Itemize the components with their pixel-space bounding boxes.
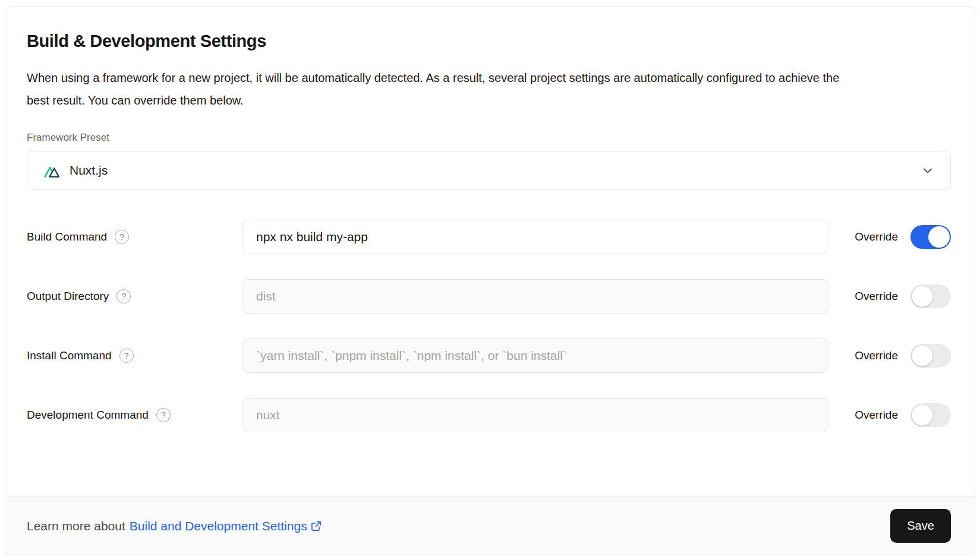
install-command-override-toggle[interactable] [910,344,951,368]
help-icon[interactable]: ? [115,230,129,244]
build-command-label: Build Command [27,230,107,243]
panel-description: When using a framework for a new project… [27,67,859,112]
help-icon[interactable]: ? [156,408,171,422]
build-command-label-group: Build Command ? [27,230,242,244]
development-command-override-toggle[interactable] [910,403,951,427]
build-command-override: Override [855,225,951,249]
development-command-override: Override [855,403,951,427]
build-settings-card: Build & Development Settings When using … [5,6,975,555]
framework-preset-label: Framework Preset [27,132,951,144]
setting-row-install-command: Install Command ? Override [27,338,951,373]
output-directory-label-group: Output Directory ? [27,289,242,303]
external-link-icon [310,520,322,532]
help-icon[interactable]: ? [116,289,131,303]
output-directory-override-toggle[interactable] [910,284,951,308]
setting-row-build-command: Build Command ? Override [27,220,951,254]
output-directory-input[interactable] [242,279,828,314]
docs-link-text: Build and Development Settings [130,519,307,533]
override-label: Override [855,409,898,422]
learn-more-text: Learn more about Build and Development S… [27,519,322,533]
card-body: Build & Development Settings When using … [5,7,975,496]
install-command-input[interactable] [242,338,828,373]
toggle-knob [912,345,933,366]
development-command-input[interactable] [242,398,828,432]
build-settings-docs-link[interactable]: Build and Development Settings [130,519,322,533]
install-command-label: Install Command [27,349,112,362]
build-command-input[interactable] [242,220,828,254]
output-directory-override: Override [855,284,951,308]
nuxt-logo-icon [43,162,61,179]
chevron-down-icon [921,163,935,178]
toggle-knob [912,404,933,426]
output-directory-label: Output Directory [27,290,109,303]
save-button[interactable]: Save [890,509,951,543]
card-footer: Learn more about Build and Development S… [5,496,975,555]
override-label: Override [855,290,898,303]
learn-more-prefix: Learn more about [27,519,125,533]
install-command-override: Override [855,344,951,368]
install-command-label-group: Install Command ? [27,349,242,363]
help-icon[interactable]: ? [119,349,134,363]
framework-preset-value: Nuxt.js [70,163,108,178]
toggle-knob [912,286,933,307]
setting-row-development-command: Development Command ? Override [27,398,951,432]
development-command-label-group: Development Command ? [27,408,242,422]
page-title: Build & Development Settings [27,31,951,51]
framework-preset-select[interactable]: Nuxt.js [27,151,951,190]
override-label: Override [855,349,898,362]
development-command-label: Development Command [27,409,149,422]
override-label: Override [855,230,898,243]
toggle-knob [928,226,950,248]
build-command-override-toggle[interactable] [910,225,951,249]
settings-list: Build Command ? Override Output Director… [27,220,951,432]
setting-row-output-directory: Output Directory ? Override [27,279,951,314]
